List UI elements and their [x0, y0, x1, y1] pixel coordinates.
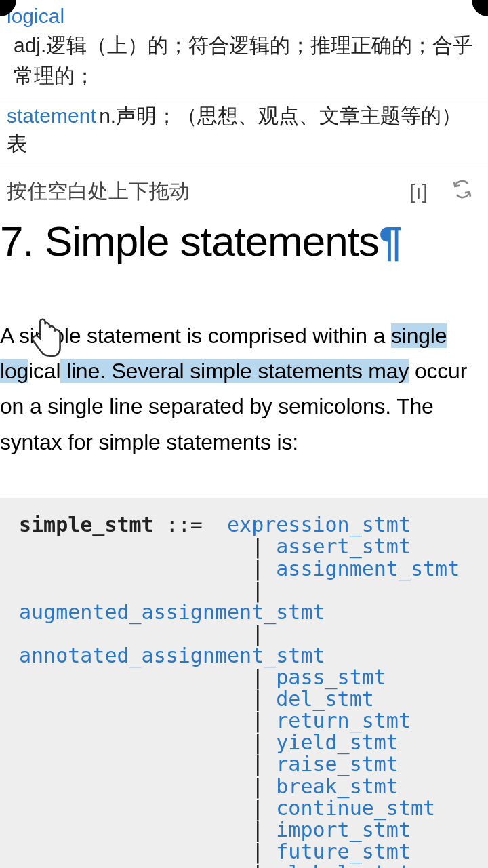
- code-token[interactable]: del_stmt: [276, 687, 374, 711]
- dict-word[interactable]: statement: [7, 104, 96, 127]
- dict-definition: adj.逻辑（上）的；符合逻辑的；推理正确的；合乎常理的；: [7, 30, 481, 91]
- code-token[interactable]: return_stmt: [276, 709, 411, 732]
- code-token[interactable]: continue_stmt: [276, 796, 435, 820]
- heading-text: Simple statements: [45, 218, 379, 264]
- code-token[interactable]: annotated_assignment_stmt: [19, 644, 325, 667]
- para-pre: A simple statement is comprised within a: [0, 323, 391, 348]
- code-token[interactable]: expression_stmt: [227, 513, 411, 536]
- code-token[interactable]: global_stmt: [276, 861, 411, 868]
- code-op: ::=: [154, 513, 227, 536]
- heading-number: 7.: [0, 218, 34, 264]
- code-token[interactable]: break_stmt: [276, 774, 399, 798]
- dict-entry-statement[interactable]: statement n.声明；（思想、观点、文章主题等的）表: [0, 98, 488, 165]
- page-title: 7. Simple statements¶: [0, 211, 488, 268]
- translate-refresh-icon[interactable]: [451, 178, 473, 205]
- code-lhs: simple_stmt: [19, 513, 154, 536]
- code-token[interactable]: augmented_assignment_stmt: [19, 600, 325, 624]
- toolbar: 按住空白处上下拖动 [ı]: [0, 165, 488, 211]
- code-token[interactable]: import_stmt: [276, 818, 411, 842]
- dict-entry-logical[interactable]: logical adj.逻辑（上）的；符合逻辑的；推理正确的；合乎常理的；: [0, 0, 488, 98]
- brackets-icon[interactable]: [ı]: [409, 180, 428, 203]
- code-token[interactable]: raise_stmt: [276, 752, 399, 776]
- code-token[interactable]: assert_stmt: [276, 534, 411, 558]
- para-mid: ical: [28, 359, 60, 383]
- pilcrow-icon[interactable]: ¶: [379, 218, 401, 264]
- code-token[interactable]: yield_stmt: [276, 730, 399, 754]
- code-token[interactable]: future_stmt: [276, 840, 411, 863]
- dictionary-panel: logical adj.逻辑（上）的；符合逻辑的；推理正确的；合乎常理的； st…: [0, 0, 488, 165]
- document-content[interactable]: 7. Simple statements¶ A simple statement…: [0, 211, 488, 868]
- drag-hint: 按住空白处上下拖动: [7, 178, 190, 205]
- code-token[interactable]: assignment_stmt: [276, 557, 460, 580]
- selection-highlight[interactable]: line. Several simple statements may: [60, 359, 409, 383]
- grammar-code-block[interactable]: simple_stmt ::= expression_stmt | assert…: [0, 498, 488, 868]
- dict-word[interactable]: logical: [7, 4, 481, 28]
- code-token[interactable]: pass_stmt: [276, 665, 386, 689]
- intro-paragraph[interactable]: A simple statement is comprised within a…: [0, 268, 488, 460]
